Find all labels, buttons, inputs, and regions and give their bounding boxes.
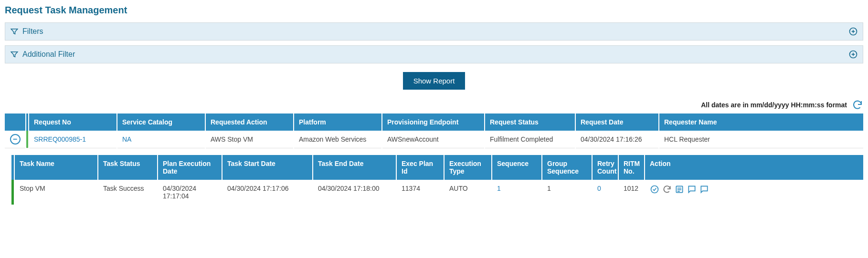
col-retry-count: Retry Count <box>592 155 618 180</box>
svg-point-6 <box>651 186 658 193</box>
col-ritm-no: RITM No. <box>618 155 645 180</box>
col-action: Action <box>645 155 863 180</box>
request-no-link[interactable]: SRREQ000985-1 <box>34 135 86 143</box>
cell-execution-type: AUTO <box>444 180 492 205</box>
comment-outline-icon[interactable] <box>699 185 709 194</box>
filter-icon <box>10 50 19 59</box>
cell-request-date: 04/30/2024 17:16:26 <box>575 131 659 148</box>
retry-icon[interactable] <box>662 185 672 194</box>
col-provisioning-endpoint: Provisioning Endpoint <box>382 114 485 131</box>
col-request-status: Request Status <box>485 114 575 131</box>
col-request-date: Request Date <box>575 114 659 131</box>
cell-plan-execution-date: 04/30/2024 17:17:04 <box>158 180 222 205</box>
col-task-name: Task Name <box>14 155 98 180</box>
show-report-button[interactable]: Show Report <box>403 72 466 90</box>
cell-request-status: Fulfilment Completed <box>485 131 575 148</box>
col-group-sequence: Group Sequence <box>542 155 592 180</box>
cell-exec-plan-id: 11374 <box>396 180 444 205</box>
cell-task-end-date: 04/30/2024 17:18:00 <box>313 180 396 205</box>
expand-additional-filter-icon[interactable] <box>848 50 858 59</box>
cell-task-start-date: 04/30/2024 17:17:06 <box>222 180 313 205</box>
refresh-icon[interactable] <box>852 99 863 111</box>
collapse-row-icon[interactable]: − <box>10 134 21 144</box>
cell-task-name: Stop VM <box>14 180 98 205</box>
col-expand <box>5 114 26 131</box>
cell-provisioning-endpoint: AWSnewAccount <box>382 131 485 148</box>
comment-icon[interactable] <box>687 185 697 194</box>
col-task-end-date: Task End Date <box>313 155 396 180</box>
col-requested-action: Requested Action <box>205 114 294 131</box>
page-title: Request Task Management <box>5 5 863 16</box>
cell-task-status: Task Success <box>98 180 158 205</box>
cell-requester-name: HCL Requester <box>659 131 863 148</box>
service-catalog-link[interactable]: NA <box>122 135 131 143</box>
table-row: Stop VM Task Success 04/30/2024 17:17:04… <box>11 180 863 205</box>
additional-filter-label: Additional Filter <box>22 50 75 59</box>
col-plan-execution-date: Plan Execution Date <box>158 155 222 180</box>
cell-requested-action: AWS Stop VM <box>205 131 294 148</box>
cell-group-sequence: 1 <box>542 180 592 205</box>
col-sequence: Sequence <box>492 155 542 180</box>
filters-panel-header[interactable]: Filters <box>5 22 863 41</box>
col-task-start-date: Task Start Date <box>222 155 313 180</box>
col-task-status: Task Status <box>98 155 158 180</box>
cell-ritm-no: 1012 <box>618 180 645 205</box>
col-platform: Platform <box>294 114 382 131</box>
log-icon[interactable] <box>675 185 684 194</box>
additional-filter-panel-header[interactable]: Additional Filter <box>5 45 863 63</box>
filter-icon <box>10 27 19 36</box>
cell-platform: Amazon Web Services <box>294 131 382 148</box>
action-icons <box>650 185 858 194</box>
date-format-note: All dates are in mm/dd/yyyy HH:mm:ss for… <box>701 101 847 109</box>
sequence-link[interactable]: 1 <box>497 185 501 192</box>
col-request-no: Request No <box>29 114 117 131</box>
filters-label: Filters <box>22 27 43 36</box>
table-row: − SRREQ000985-1 NA AWS Stop VM Amazon We… <box>5 131 863 148</box>
retry-count-link[interactable]: 0 <box>597 185 601 192</box>
tasks-table: Task Name Task Status Plan Execution Dat… <box>11 155 863 205</box>
col-requester-name: Requester Name <box>659 114 863 131</box>
col-service-catalog: Service Catalog <box>117 114 205 131</box>
requests-table: Request No Service Catalog Requested Act… <box>5 114 863 148</box>
col-exec-plan-id: Exec Plan Id <box>396 155 444 180</box>
approve-icon[interactable] <box>650 185 659 194</box>
col-execution-type: Execution Type <box>444 155 492 180</box>
expand-filters-icon[interactable] <box>848 27 858 36</box>
